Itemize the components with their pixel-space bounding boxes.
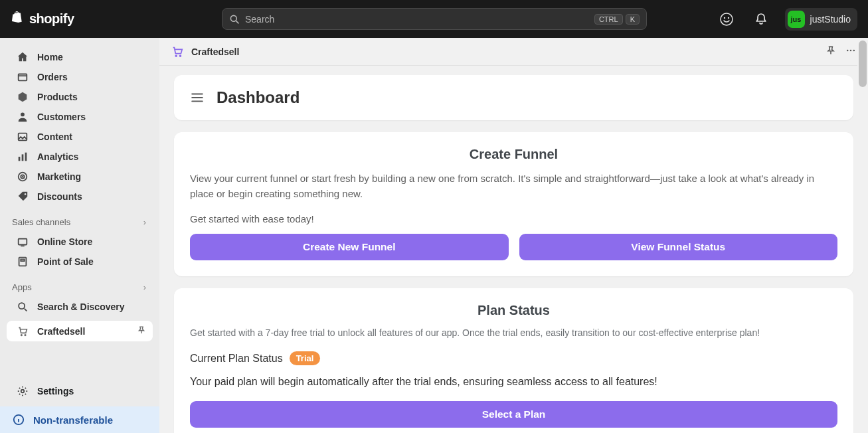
svg-point-19 <box>21 390 25 393</box>
create-funnel-card: Create Funnel View your current funnel o… <box>174 132 853 276</box>
content-scroll[interactable]: Dashboard Create Funnel View your curren… <box>159 66 868 433</box>
svg-rect-8 <box>22 154 24 161</box>
svg-point-23 <box>847 50 849 52</box>
scrollbar[interactable] <box>857 38 868 433</box>
sidebar-item-discounts[interactable]: Discounts <box>4 187 155 206</box>
svg-point-17 <box>21 334 23 335</box>
sidebar-item-analytics[interactable]: Analytics <box>4 147 155 166</box>
plan-note: Your paid plan will begin automatically … <box>190 376 837 388</box>
avatar: jus <box>788 11 805 28</box>
search-discovery-icon <box>16 301 29 313</box>
trial-badge: Trial <box>290 351 321 365</box>
sidebar-item-customers[interactable]: Customers <box>4 108 155 126</box>
plan-status-card: Plan Status Get started with a 7-day fre… <box>174 288 853 433</box>
partner-icon[interactable] <box>716 9 737 30</box>
create-funnel-button[interactable]: Create New Funnel <box>190 234 509 260</box>
marketing-icon <box>16 171 29 183</box>
brand-text: shopify <box>29 11 74 27</box>
shopify-logo[interactable]: shopify <box>11 11 222 27</box>
view-funnel-button[interactable]: View Funnel Status <box>519 234 838 260</box>
plan-desc: Get started with a 7-day free trial to u… <box>190 327 837 338</box>
menu-icon[interactable] <box>190 90 205 105</box>
plan-title: Plan Status <box>190 303 837 318</box>
scrollbar-thumb[interactable] <box>859 41 867 87</box>
funnel-title: Create Funnel <box>190 147 837 162</box>
sidebar-item-orders[interactable]: Orders <box>4 68 155 86</box>
content-icon <box>16 131 29 143</box>
svg-point-22 <box>180 55 181 56</box>
svg-point-3 <box>727 17 729 18</box>
svg-point-2 <box>723 17 725 18</box>
svg-point-24 <box>850 50 852 52</box>
chevron-right-icon: › <box>143 217 146 227</box>
sales-channels-header[interactable]: Sales channels › <box>4 213 155 231</box>
search-icon <box>229 14 240 25</box>
plan-status-row: Current Plan Status Trial <box>190 351 837 365</box>
app-header: Craftedsell <box>159 38 868 66</box>
sidebar-item-content[interactable]: Content <box>4 128 155 146</box>
topbar: shopify Search CTRL K jus justStudio <box>0 0 868 38</box>
svg-point-18 <box>25 334 26 335</box>
sidebar-channel-pos[interactable]: Point of Sale <box>4 252 155 271</box>
dashboard-header: Dashboard <box>174 75 853 120</box>
search-input[interactable]: Search CTRL K <box>222 8 647 30</box>
svg-point-12 <box>23 177 23 177</box>
info-icon <box>12 414 25 426</box>
chevron-right-icon: › <box>143 282 146 292</box>
sidebar-item-home[interactable]: Home <box>4 48 155 66</box>
pos-icon <box>16 256 29 268</box>
svg-point-1 <box>721 13 733 25</box>
analytics-icon <box>16 151 29 163</box>
non-transferable-alert[interactable]: Non-transferable <box>0 406 159 433</box>
discounts-icon <box>16 191 29 203</box>
svg-point-5 <box>21 113 25 117</box>
svg-point-0 <box>230 15 236 21</box>
plan-status-label: Current Plan Status <box>190 353 283 365</box>
svg-rect-7 <box>19 157 21 161</box>
cart-icon <box>171 46 183 58</box>
svg-point-16 <box>19 303 25 309</box>
select-plan-button[interactable]: Select a Plan <box>190 401 837 428</box>
home-icon <box>16 51 29 63</box>
svg-rect-13 <box>19 239 27 245</box>
funnel-desc: View your current funnel or start fresh … <box>190 171 837 201</box>
page-title: Dashboard <box>217 88 300 107</box>
more-icon[interactable] <box>845 45 856 58</box>
user-name: justStudio <box>810 14 851 25</box>
store-icon <box>16 236 29 248</box>
notifications-icon[interactable] <box>750 9 772 30</box>
shopify-bag-icon <box>11 11 25 27</box>
funnel-sub: Get started with ease today! <box>190 213 837 224</box>
sidebar-item-products[interactable]: Products <box>4 88 155 106</box>
app-name: Craftedsell <box>191 46 239 57</box>
pin-icon[interactable] <box>137 325 146 337</box>
apps-header[interactable]: Apps › <box>4 278 155 296</box>
search-shortcut: CTRL K <box>594 14 640 25</box>
user-menu[interactable]: jus justStudio <box>785 8 857 31</box>
customers-icon <box>16 111 29 123</box>
svg-point-25 <box>853 50 855 52</box>
svg-rect-15 <box>21 259 24 261</box>
search-placeholder: Search <box>245 14 274 25</box>
orders-icon <box>16 71 29 83</box>
svg-rect-4 <box>19 74 27 81</box>
sidebar: Home Orders Products Customers Content A… <box>0 38 159 433</box>
sidebar-channel-online-store[interactable]: Online Store <box>4 232 155 251</box>
svg-point-21 <box>175 55 177 56</box>
sidebar-app-craftedsell[interactable]: Craftedsell <box>7 321 153 341</box>
svg-rect-9 <box>25 153 27 161</box>
gear-icon <box>16 385 29 397</box>
sidebar-item-settings[interactable]: Settings <box>4 380 155 402</box>
cart-icon <box>16 326 29 337</box>
sidebar-item-marketing[interactable]: Marketing <box>4 167 155 186</box>
main: Craftedsell Dashboard Create Funnel View… <box>159 38 868 433</box>
pin-icon[interactable] <box>825 45 836 58</box>
sidebar-app-search-discovery[interactable]: Search & Discovery <box>4 298 155 316</box>
products-icon <box>16 91 29 103</box>
